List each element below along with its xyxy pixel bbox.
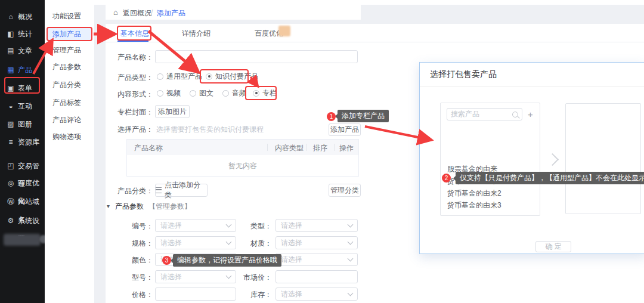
sidebar-item-domain[interactable]: Ⓦ网站域名 — [0, 193, 45, 211]
plus-icon[interactable]: + — [528, 109, 533, 119]
tabs-divider — [106, 42, 644, 42]
home-icon: ⌂ — [7, 8, 15, 26]
submenu-item-function-settings[interactable]: 功能设置 — [45, 10, 94, 23]
sidebar-item-products[interactable]: ▦产品 — [0, 61, 45, 79]
stock-label: 库存： — [224, 290, 272, 300]
param-type-label: 类型： — [224, 221, 272, 231]
main-sidebar: ⌂概况 ◧统计 ▤文章 ▦产品 ▣表单 ◒互动 ▨图册 ≡资源库 ◰交易管理 ◎… — [0, 0, 45, 303]
table-empty-state: 暂无内容 — [127, 155, 358, 177]
params-section-title: 产品参数 — [115, 202, 144, 212]
submenu-item-product-tags[interactable]: 产品标签 — [45, 96, 94, 109]
chevron-down-icon — [348, 290, 354, 296]
radio-image-text[interactable]: 图文 — [190, 88, 213, 98]
w-badge-icon: Ⓦ — [7, 193, 15, 211]
step-3-badge: 3 — [162, 256, 171, 265]
modal-list-item[interactable]: 货币基金的由来2 — [447, 188, 501, 199]
censored-new-badge — [278, 26, 290, 36]
submenu-item-add-product[interactable]: 添加产品 — [47, 27, 91, 41]
manage-category-button[interactable]: 管理分类 — [329, 184, 361, 197]
search-placeholder: 搜索产品 — [451, 109, 512, 119]
sidebar-item-stats[interactable]: ◧统计 — [0, 25, 45, 43]
submenu-item-product-category[interactable]: 产品分类 — [45, 78, 94, 91]
compass-icon: ◎ — [7, 174, 15, 192]
submenu-item-shopping-options[interactable]: 购物选项 — [45, 130, 94, 143]
param-material-select[interactable]: 请选择 — [275, 236, 358, 249]
breadcrumb-back-link[interactable]: 返回概况 — [123, 8, 151, 18]
add-product-button[interactable]: 添加产品 — [329, 123, 361, 136]
submenu-item-product-comments[interactable]: 产品评论 — [45, 113, 94, 126]
market-price-input[interactable] — [275, 270, 358, 283]
param-number-label: 编号： — [106, 221, 153, 231]
chevron-down-icon — [348, 239, 354, 245]
param-row3-right-select[interactable]: 请选择 — [275, 253, 358, 266]
tab-detail-intro[interactable]: 详情介绍 — [182, 29, 210, 39]
column-divider — [267, 144, 268, 151]
grid-icon: ▦ — [7, 61, 15, 79]
product-submenu: 功能设置 添加产品 管理产品 产品参数 产品分类 产品标签 产品评论 购物选项 — [45, 0, 94, 303]
radio-general-product[interactable]: 通用型产品 — [157, 72, 202, 81]
chevron-down-icon — [348, 256, 354, 262]
modal-target-list-panel — [565, 103, 641, 214]
stock-select[interactable]: 请选择 — [275, 287, 358, 301]
radio-audio[interactable]: 音频 — [222, 88, 246, 98]
step-3-tooltip: 编辑参数，记得设置产品价格哦 — [173, 254, 281, 267]
sidebar-item-overview[interactable]: ⌂概况 — [0, 8, 45, 26]
column-divider — [334, 144, 335, 151]
price-label: 价格： — [106, 290, 153, 300]
radio-icon — [157, 73, 163, 80]
document-icon: ▤ — [7, 42, 15, 60]
tab-basic-info[interactable]: 基本信息 — [120, 29, 149, 39]
product-type-label: 产品类型： — [106, 73, 153, 83]
product-search-input[interactable]: 搜索产品 — [447, 108, 522, 120]
search-icon — [512, 112, 518, 118]
manage-params-link[interactable]: 【管理参数】 — [148, 202, 191, 212]
submenu-item-product-params[interactable]: 产品参数 — [45, 60, 94, 73]
product-name-input[interactable] — [155, 50, 358, 63]
table-header: 产品名称 内容类型 排序 操作 — [127, 140, 358, 155]
transfer-right-chevron-icon[interactable] — [546, 153, 559, 166]
collapse-triangle-icon[interactable]: ▾ — [107, 203, 110, 209]
param-type-select[interactable]: 请选择 — [275, 219, 358, 232]
selected-products-table: 产品名称 内容类型 排序 操作 暂无内容 — [126, 139, 359, 177]
market-price-label: 市场价： — [224, 273, 272, 283]
sidebar-item-settings[interactable]: ⚙系统设置 — [0, 212, 45, 230]
sidebar-item-forms[interactable]: ▣表单 — [0, 79, 45, 97]
submenu-item-manage-products[interactable]: 管理产品 — [45, 44, 94, 57]
active-tab-underline — [117, 41, 148, 42]
clipboard-icon: ▣ — [7, 79, 15, 97]
radio-knowledge-product[interactable]: 知识付费产品 — [206, 72, 258, 81]
radio-selected-icon — [206, 73, 212, 80]
add-category-button[interactable]: 点击添加分类 — [155, 184, 208, 197]
sidebar-item-interaction[interactable]: ◒互动 — [0, 97, 45, 115]
confirm-button[interactable]: 确 定 — [535, 241, 571, 252]
col-sort: 排序 — [313, 143, 327, 153]
radio-video[interactable]: 视频 — [157, 88, 181, 98]
sidebar-item-gallery[interactable]: ▨图册 — [0, 115, 45, 133]
param-color-label: 颜色： — [106, 255, 153, 265]
breadcrumb-current: 添加产品 — [157, 8, 185, 18]
add-image-button[interactable]: 添加图片 — [155, 105, 190, 118]
sidebar-item-articles[interactable]: ▤文章 — [0, 42, 45, 60]
step-2-tooltip: 仅支持【只是付费产品】，【通用型产品】不会在此处显示 — [456, 172, 644, 184]
content-form-label: 内容形式： — [106, 89, 153, 100]
radio-selected-icon — [253, 90, 259, 97]
list-icon — [156, 187, 162, 193]
sidebar-item-baidu-seo[interactable]: ◎百度优化 — [0, 174, 45, 192]
col-content-type: 内容类型 — [275, 143, 304, 153]
sidebar-item-resources[interactable]: ≡资源库 — [0, 133, 45, 151]
param-material-label: 材质： — [224, 239, 272, 249]
app-root: ⌂概况 ◧统计 ▤文章 ▦产品 ▣表单 ◒互动 ▨图册 ≡资源库 ◰交易管理 ◎… — [0, 0, 644, 303]
select-product-hint: 选择需要打包售卖的知识付费课程 — [156, 125, 264, 135]
col-product-name: 产品名称 — [134, 143, 163, 153]
gear-icon: ⚙ — [7, 212, 15, 230]
breadcrumb-separator: / — [151, 8, 153, 17]
sidebar-item-transactions[interactable]: ◰交易管理 — [0, 157, 45, 175]
modal-title: 选择打包售卖产品 — [430, 69, 497, 80]
step-1-badge: 1 — [327, 112, 336, 121]
step-1-tooltip: 添加专栏产品 — [338, 110, 389, 122]
product-category-label: 产品分类： — [106, 186, 153, 196]
breadcrumb: ⌂ 返回概况 / 添加产品 — [106, 5, 361, 20]
modal-list-item[interactable]: 货币基金的由来3 — [447, 200, 501, 211]
product-name-label: 产品名称： — [106, 52, 153, 63]
radio-column[interactable]: 专栏 — [253, 88, 277, 98]
